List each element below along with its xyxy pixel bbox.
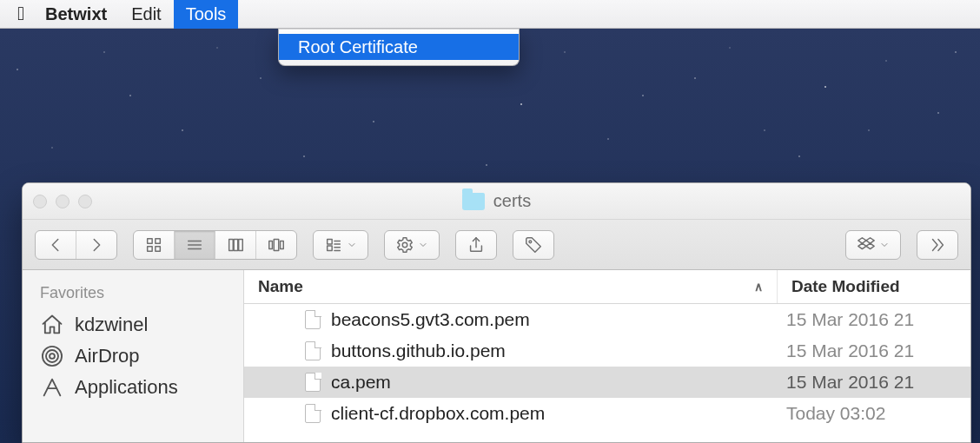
svg-rect-0: [148, 238, 153, 243]
menubar:  Betwixt Edit Tools: [0, 0, 980, 29]
tools-menu-dropdown: Root Certificate: [278, 29, 520, 66]
sidebar-item-airdrop[interactable]: AirDrop: [23, 341, 243, 372]
dropbox-button[interactable]: [845, 230, 901, 260]
file-date: Today 03:02: [778, 403, 970, 424]
list-view-button[interactable]: [175, 231, 215, 259]
svg-point-25: [50, 354, 55, 359]
share-button[interactable]: [455, 230, 497, 260]
svg-rect-3: [156, 246, 161, 251]
sort-asc-icon: ∧: [754, 280, 763, 294]
column-date-modified[interactable]: Date Modified: [778, 270, 970, 303]
file-name: beacons5.gvt3.com.pem: [331, 309, 530, 330]
toolbar-overflow-button[interactable]: [917, 230, 958, 260]
gear-icon: [395, 235, 414, 255]
home-icon: [40, 313, 64, 337]
svg-marker-23: [858, 243, 866, 248]
airdrop-icon: [40, 344, 64, 368]
double-chevron-right-icon: [928, 235, 947, 255]
svg-marker-24: [866, 243, 874, 248]
svg-rect-12: [281, 241, 284, 248]
grid-icon: [144, 235, 163, 255]
file-date: 15 Mar 2016 21: [778, 372, 970, 393]
apple-menu-icon[interactable]: : [17, 4, 24, 23]
file-name: client-cf.dropbox.com.pem: [331, 403, 545, 424]
forward-button[interactable]: [76, 231, 116, 259]
column-name[interactable]: Name ∧: [244, 270, 778, 303]
finder-sidebar: Favorites kdzwinel AirDrop Applications: [23, 270, 244, 442]
svg-rect-1: [156, 238, 161, 243]
file-icon: [305, 404, 321, 423]
sidebar-section-header: Favorites: [23, 281, 243, 309]
minimize-button[interactable]: [56, 195, 70, 208]
zoom-button[interactable]: [78, 195, 92, 208]
svg-point-20: [529, 240, 532, 242]
gallery-icon: [267, 235, 286, 255]
table-row[interactable]: beacons5.gvt3.com.pem15 Mar 2016 21: [244, 304, 970, 335]
menubar-item-edit[interactable]: Edit: [119, 0, 173, 29]
menu-item-root-certificate[interactable]: Root Certificate: [279, 34, 519, 60]
nav-buttons: [35, 230, 117, 260]
file-name: ca.pem: [331, 372, 391, 393]
finder-titlebar[interactable]: certs: [23, 183, 970, 220]
app-name[interactable]: Betwixt: [45, 0, 119, 29]
file-icon: [305, 373, 321, 392]
svg-point-26: [46, 350, 58, 362]
action-button[interactable]: [384, 230, 440, 260]
sidebar-item-applications[interactable]: Applications: [23, 372, 243, 403]
back-button[interactable]: [36, 231, 76, 259]
chevron-down-icon: [879, 240, 890, 250]
list-icon: [185, 235, 204, 255]
arrange-button[interactable]: [313, 230, 368, 260]
menubar-item-tools[interactable]: Tools: [174, 0, 239, 29]
table-row[interactable]: buttons.github.io.pem15 Mar 2016 21: [244, 335, 970, 367]
svg-rect-14: [328, 245, 333, 250]
file-icon: [305, 310, 321, 329]
sidebar-item-label: Applications: [75, 376, 178, 399]
file-name: buttons.github.io.pem: [331, 341, 506, 361]
chevron-left-icon: [46, 235, 65, 255]
columns-icon: [226, 235, 245, 255]
svg-rect-11: [274, 239, 279, 250]
column-view-button[interactable]: [215, 231, 256, 259]
window-title: certs: [493, 191, 531, 211]
file-list-pane: Name ∧ Date Modified beacons5.gvt3.com.p…: [244, 270, 970, 442]
finder-toolbar: [23, 220, 970, 270]
file-date: 15 Mar 2016 21: [778, 341, 970, 361]
svg-rect-10: [269, 241, 273, 248]
file-date: 15 Mar 2016 21: [778, 309, 970, 330]
chevron-down-icon: [347, 240, 357, 250]
svg-marker-21: [858, 237, 866, 242]
svg-rect-13: [328, 239, 333, 244]
close-button[interactable]: [33, 195, 47, 208]
column-name-label: Name: [258, 277, 303, 296]
file-icon: [305, 341, 321, 360]
chevron-down-icon: [418, 240, 428, 250]
icon-view-button[interactable]: [134, 231, 175, 259]
coverflow-view-button[interactable]: [256, 231, 296, 259]
finder-window: certs: [22, 182, 971, 443]
applications-icon: [40, 375, 64, 400]
svg-rect-9: [239, 239, 243, 250]
column-headers: Name ∧ Date Modified: [244, 270, 970, 304]
table-row[interactable]: ca.pem15 Mar 2016 21: [244, 367, 970, 398]
svg-rect-7: [229, 239, 234, 250]
table-row[interactable]: client-cf.dropbox.com.pemToday 03:02: [244, 398, 970, 429]
svg-rect-2: [148, 246, 153, 251]
arrange-icon: [324, 235, 343, 255]
tags-button[interactable]: [513, 230, 554, 260]
file-rows-container: beacons5.gvt3.com.pem15 Mar 2016 21butto…: [244, 304, 970, 429]
dropbox-icon: [857, 235, 876, 255]
sidebar-item-label: AirDrop: [75, 345, 140, 367]
chevron-right-icon: [87, 235, 106, 255]
column-date-label: Date Modified: [791, 277, 900, 296]
folder-icon: [462, 193, 485, 210]
share-icon: [467, 235, 486, 255]
svg-point-19: [402, 242, 407, 248]
sidebar-item-home[interactable]: kdzwinel: [23, 309, 243, 341]
svg-marker-22: [866, 237, 874, 242]
sidebar-item-label: kdzwinel: [75, 314, 148, 336]
tag-icon: [524, 235, 543, 255]
view-mode-buttons: [133, 230, 297, 260]
svg-rect-8: [234, 239, 238, 250]
